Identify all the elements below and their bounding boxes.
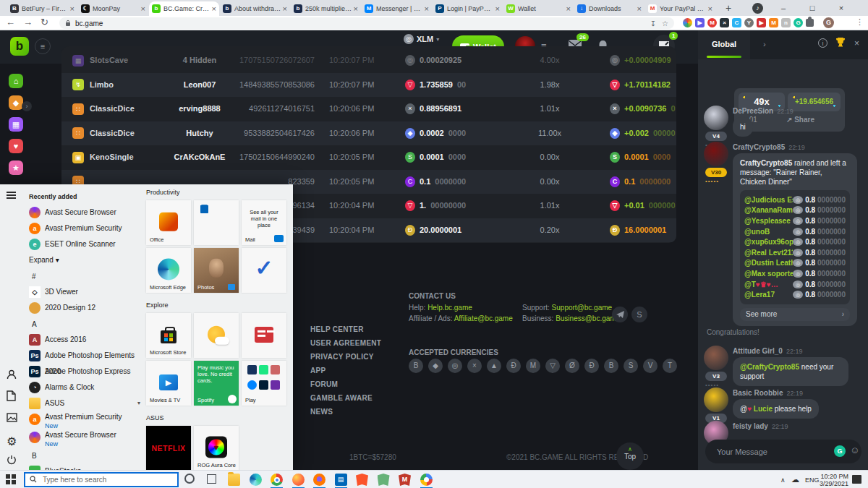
mention[interactable]: Lucie	[752, 405, 773, 413]
cortana-icon[interactable]	[184, 474, 195, 484]
browser-menu-icon[interactable]: ⋮	[856, 17, 864, 27]
start-menu-app[interactable]: PsAdobe Photoshop Elements 2020	[25, 348, 143, 364]
chat-info-icon[interactable]: i	[818, 38, 827, 48]
browser-tab[interactable]: MYour PayPal verific×	[645, 1, 715, 16]
app-list-letter[interactable]: #	[25, 268, 143, 284]
tab-close-icon[interactable]: ×	[495, 4, 500, 13]
tile-news[interactable]	[242, 313, 286, 358]
extension-icon[interactable]: n	[781, 18, 791, 27]
extensions-puzzle-icon[interactable]	[806, 19, 814, 27]
chat-close-icon[interactable]: ×	[854, 38, 859, 48]
power-icon[interactable]	[7, 455, 18, 466]
extension-icon[interactable]: ▶	[695, 18, 705, 27]
browser-tab[interactable]: b250k multiplier - Sl×	[291, 1, 361, 16]
extension-icon[interactable]: ×	[720, 18, 729, 27]
adguard-icon[interactable]	[378, 474, 390, 486]
tab-global[interactable]: Global	[698, 30, 750, 59]
taskbar-clock[interactable]: 10:20 PM 3/29/2021	[820, 473, 848, 487]
forward-button[interactable]: →	[23, 17, 33, 27]
skype-icon[interactable]: S	[631, 307, 647, 322]
rain-username[interactable]: @XananaRamos	[744, 206, 793, 214]
tile-play[interactable]: Play	[242, 361, 286, 406]
chat-username[interactable]: CraftyCrypto8522:19	[733, 143, 805, 151]
avatar[interactable]	[704, 142, 728, 166]
window-minimize-button[interactable]: –	[769, 0, 798, 16]
reload-button[interactable]: ↻	[41, 17, 48, 27]
back-button[interactable]: ←	[6, 17, 15, 27]
window-maximize-button[interactable]: □	[798, 0, 827, 16]
start-menu-app[interactable]: aAvast Premium SecurityNew	[25, 411, 143, 429]
tile-photos[interactable]: Photos	[194, 248, 239, 293]
chat-username[interactable]: DePreeSion22:19	[733, 107, 793, 115]
chrome-profile-icon[interactable]	[420, 474, 433, 486]
tile-store[interactable]: Microsoft Store	[146, 313, 191, 358]
rain-username[interactable]: @Max soporte	[744, 270, 793, 278]
start-menu-app[interactable]: ◇3D Viewer	[25, 284, 143, 300]
tab-close-icon[interactable]: ×	[354, 4, 358, 13]
edge-icon[interactable]	[250, 474, 262, 486]
sidebar-item-slots[interactable]: ▦	[9, 117, 23, 132]
extension-icon[interactable]: Y	[744, 18, 754, 27]
sidebar-item-originals[interactable]: ♥	[9, 139, 23, 153]
chat-username[interactable]: feisty lady22:19	[733, 422, 788, 430]
media-controls-icon[interactable]: ♪	[752, 3, 763, 14]
contact-link[interactable]: Affiliate@bc.game	[454, 314, 513, 322]
chat-username[interactable]: Attitude Girl_022:19	[733, 347, 802, 355]
bet-row[interactable]: ↯LimboLeon0071484938557085308610:20:07 P…	[61, 73, 676, 97]
extension-icon[interactable]: M	[707, 18, 717, 27]
footer-link[interactable]: PRIVACY POLICY	[310, 353, 374, 361]
tile-mail[interactable]: See all your mail in one placeMail	[242, 200, 286, 245]
footer-link[interactable]: USER AGREEMENT	[310, 339, 381, 347]
firefox-icon[interactable]	[292, 474, 305, 486]
mention[interactable]: @CraftyCrypto85	[740, 363, 799, 371]
sidebar-item-promotions[interactable]: ★	[9, 160, 23, 175]
user-icon[interactable]	[7, 369, 18, 381]
start-menu-app[interactable]: eESET Online Scanner	[25, 236, 143, 252]
extension-icon[interactable]: C	[732, 18, 741, 27]
avatar[interactable]	[704, 388, 728, 412]
app-list-letter[interactable]: A	[25, 316, 143, 332]
tile-spotify[interactable]: Play music you love. No credit cards.Spo…	[194, 361, 239, 406]
rain-username[interactable]: @Judicious Essie	[744, 196, 793, 204]
footer-link[interactable]: FORUM	[310, 380, 338, 388]
app-list-letter[interactable]: B	[25, 448, 143, 463]
browser-tab[interactable]: ☾MoonPay×	[78, 1, 148, 16]
bcgame-logo[interactable]: b	[10, 37, 29, 56]
start-menu-app[interactable]: ASUS▾	[25, 395, 143, 411]
rain-username[interactable]: @Lera17	[744, 291, 775, 299]
emoji-icon[interactable]: ☺	[850, 445, 859, 455]
start-menu-app[interactable]: aAvast Premium Security	[25, 221, 143, 236]
start-menu-app[interactable]: Avast Secure Browser	[25, 205, 143, 221]
footer-link[interactable]: NEWS	[310, 408, 333, 416]
onedrive-cloud-icon[interactable]: ☁	[791, 475, 799, 484]
bet-row[interactable]: ▦SlotsCave4 Hidden1707515072607260710:20…	[61, 48, 676, 72]
start-menu-app[interactable]: 2020 Design 12	[25, 300, 143, 316]
settings-gear-icon[interactable]: ⚙	[7, 435, 18, 446]
trophy-icon[interactable]	[835, 37, 846, 49]
tab-close-icon[interactable]: ×	[283, 4, 287, 13]
share-button[interactable]: ↗ Share	[786, 116, 814, 124]
window-close-button[interactable]: ×	[827, 0, 856, 16]
contact-link[interactable]: Business@bc.game	[556, 314, 620, 322]
chrome-icon[interactable]	[271, 474, 283, 486]
language-indicator[interactable]: ENG	[805, 476, 820, 484]
task-view-icon[interactable]	[207, 474, 216, 484]
sidebar-item-casino[interactable]: ◆	[9, 95, 23, 110]
browser-tab[interactable]: MMessenger | Faceb×	[362, 1, 432, 16]
browser-tab[interactable]: bBC.Game: Crypto C×	[149, 1, 219, 16]
tab-close-icon[interactable]: ×	[637, 4, 642, 13]
tab-close-icon[interactable]: ×	[70, 4, 75, 13]
tile-office[interactable]: Office	[146, 200, 191, 245]
chat-username[interactable]: Basic Roobbie22:19	[733, 389, 803, 397]
start-button[interactable]	[6, 474, 16, 484]
browser-tab[interactable]: PLogin | PayPal Prep×	[433, 1, 503, 16]
contact-link[interactable]: Support@bc.game	[552, 304, 613, 312]
extension-icon[interactable]: ▶	[757, 18, 766, 27]
calculator-icon[interactable]: ▤	[335, 474, 347, 486]
mcafee-icon[interactable]: M	[399, 474, 411, 486]
bet-row[interactable]: ∷ClassicDiceHutchy953388250461742610:20:…	[61, 121, 676, 145]
tab-close-icon[interactable]: ×	[708, 4, 712, 13]
bet-row[interactable]: ∷ClassicDiceerving888849261127401675110:…	[61, 97, 676, 121]
pictures-icon[interactable]	[7, 412, 18, 424]
avast-browser-icon[interactable]	[313, 474, 326, 486]
